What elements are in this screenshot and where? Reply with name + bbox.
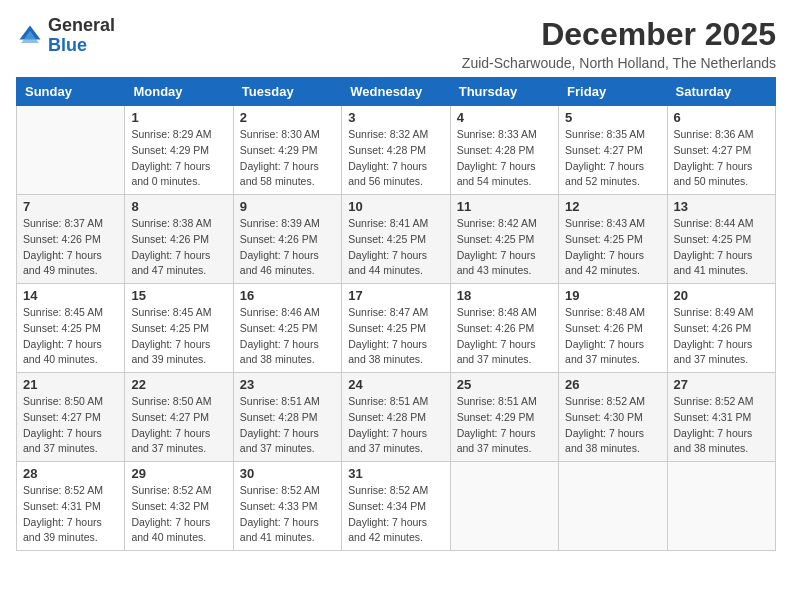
col-saturday: Saturday bbox=[667, 78, 775, 106]
day-number: 13 bbox=[674, 199, 769, 214]
day-info: Sunrise: 8:39 AMSunset: 4:26 PMDaylight:… bbox=[240, 216, 335, 279]
logo-icon bbox=[16, 22, 44, 50]
day-number: 6 bbox=[674, 110, 769, 125]
day-number: 29 bbox=[131, 466, 226, 481]
table-row: 11Sunrise: 8:42 AMSunset: 4:25 PMDayligh… bbox=[450, 195, 558, 284]
day-number: 4 bbox=[457, 110, 552, 125]
day-info: Sunrise: 8:51 AMSunset: 4:28 PMDaylight:… bbox=[240, 394, 335, 457]
location-title: Zuid-Scharwoude, North Holland, The Neth… bbox=[462, 55, 776, 71]
day-number: 25 bbox=[457, 377, 552, 392]
table-row: 28Sunrise: 8:52 AMSunset: 4:31 PMDayligh… bbox=[17, 462, 125, 551]
day-number: 5 bbox=[565, 110, 660, 125]
day-number: 21 bbox=[23, 377, 118, 392]
table-row: 13Sunrise: 8:44 AMSunset: 4:25 PMDayligh… bbox=[667, 195, 775, 284]
calendar-header-row: Sunday Monday Tuesday Wednesday Thursday… bbox=[17, 78, 776, 106]
day-info: Sunrise: 8:51 AMSunset: 4:29 PMDaylight:… bbox=[457, 394, 552, 457]
table-row: 4Sunrise: 8:33 AMSunset: 4:28 PMDaylight… bbox=[450, 106, 558, 195]
calendar-week-row: 28Sunrise: 8:52 AMSunset: 4:31 PMDayligh… bbox=[17, 462, 776, 551]
table-row: 8Sunrise: 8:38 AMSunset: 4:26 PMDaylight… bbox=[125, 195, 233, 284]
table-row: 29Sunrise: 8:52 AMSunset: 4:32 PMDayligh… bbox=[125, 462, 233, 551]
col-sunday: Sunday bbox=[17, 78, 125, 106]
day-number: 27 bbox=[674, 377, 769, 392]
day-info: Sunrise: 8:50 AMSunset: 4:27 PMDaylight:… bbox=[131, 394, 226, 457]
day-number: 15 bbox=[131, 288, 226, 303]
day-number: 12 bbox=[565, 199, 660, 214]
day-number: 26 bbox=[565, 377, 660, 392]
day-number: 30 bbox=[240, 466, 335, 481]
table-row: 6Sunrise: 8:36 AMSunset: 4:27 PMDaylight… bbox=[667, 106, 775, 195]
day-number: 20 bbox=[674, 288, 769, 303]
day-info: Sunrise: 8:52 AMSunset: 4:33 PMDaylight:… bbox=[240, 483, 335, 546]
page-header: General Blue December 2025 Zuid-Scharwou… bbox=[16, 16, 776, 71]
table-row: 19Sunrise: 8:48 AMSunset: 4:26 PMDayligh… bbox=[559, 284, 667, 373]
table-row bbox=[17, 106, 125, 195]
day-info: Sunrise: 8:29 AMSunset: 4:29 PMDaylight:… bbox=[131, 127, 226, 190]
logo-general: General bbox=[48, 15, 115, 35]
table-row: 26Sunrise: 8:52 AMSunset: 4:30 PMDayligh… bbox=[559, 373, 667, 462]
table-row: 10Sunrise: 8:41 AMSunset: 4:25 PMDayligh… bbox=[342, 195, 450, 284]
day-info: Sunrise: 8:32 AMSunset: 4:28 PMDaylight:… bbox=[348, 127, 443, 190]
col-friday: Friday bbox=[559, 78, 667, 106]
day-info: Sunrise: 8:52 AMSunset: 4:32 PMDaylight:… bbox=[131, 483, 226, 546]
table-row: 17Sunrise: 8:47 AMSunset: 4:25 PMDayligh… bbox=[342, 284, 450, 373]
day-info: Sunrise: 8:45 AMSunset: 4:25 PMDaylight:… bbox=[23, 305, 118, 368]
day-number: 16 bbox=[240, 288, 335, 303]
calendar-week-row: 7Sunrise: 8:37 AMSunset: 4:26 PMDaylight… bbox=[17, 195, 776, 284]
logo-text: General Blue bbox=[48, 16, 115, 56]
calendar-week-row: 21Sunrise: 8:50 AMSunset: 4:27 PMDayligh… bbox=[17, 373, 776, 462]
calendar-table: Sunday Monday Tuesday Wednesday Thursday… bbox=[16, 77, 776, 551]
title-section: December 2025 Zuid-Scharwoude, North Hol… bbox=[462, 16, 776, 71]
col-monday: Monday bbox=[125, 78, 233, 106]
month-title: December 2025 bbox=[462, 16, 776, 53]
calendar-week-row: 14Sunrise: 8:45 AMSunset: 4:25 PMDayligh… bbox=[17, 284, 776, 373]
day-number: 19 bbox=[565, 288, 660, 303]
day-number: 7 bbox=[23, 199, 118, 214]
day-number: 10 bbox=[348, 199, 443, 214]
table-row: 23Sunrise: 8:51 AMSunset: 4:28 PMDayligh… bbox=[233, 373, 341, 462]
day-info: Sunrise: 8:42 AMSunset: 4:25 PMDaylight:… bbox=[457, 216, 552, 279]
table-row: 1Sunrise: 8:29 AMSunset: 4:29 PMDaylight… bbox=[125, 106, 233, 195]
day-info: Sunrise: 8:45 AMSunset: 4:25 PMDaylight:… bbox=[131, 305, 226, 368]
day-info: Sunrise: 8:51 AMSunset: 4:28 PMDaylight:… bbox=[348, 394, 443, 457]
table-row: 18Sunrise: 8:48 AMSunset: 4:26 PMDayligh… bbox=[450, 284, 558, 373]
table-row: 7Sunrise: 8:37 AMSunset: 4:26 PMDaylight… bbox=[17, 195, 125, 284]
day-number: 17 bbox=[348, 288, 443, 303]
table-row: 14Sunrise: 8:45 AMSunset: 4:25 PMDayligh… bbox=[17, 284, 125, 373]
day-info: Sunrise: 8:41 AMSunset: 4:25 PMDaylight:… bbox=[348, 216, 443, 279]
col-thursday: Thursday bbox=[450, 78, 558, 106]
day-number: 1 bbox=[131, 110, 226, 125]
day-info: Sunrise: 8:38 AMSunset: 4:26 PMDaylight:… bbox=[131, 216, 226, 279]
day-number: 14 bbox=[23, 288, 118, 303]
col-tuesday: Tuesday bbox=[233, 78, 341, 106]
day-number: 3 bbox=[348, 110, 443, 125]
day-info: Sunrise: 8:48 AMSunset: 4:26 PMDaylight:… bbox=[565, 305, 660, 368]
day-info: Sunrise: 8:50 AMSunset: 4:27 PMDaylight:… bbox=[23, 394, 118, 457]
logo-blue: Blue bbox=[48, 35, 87, 55]
table-row bbox=[450, 462, 558, 551]
day-info: Sunrise: 8:36 AMSunset: 4:27 PMDaylight:… bbox=[674, 127, 769, 190]
day-number: 23 bbox=[240, 377, 335, 392]
day-info: Sunrise: 8:47 AMSunset: 4:25 PMDaylight:… bbox=[348, 305, 443, 368]
day-info: Sunrise: 8:43 AMSunset: 4:25 PMDaylight:… bbox=[565, 216, 660, 279]
day-number: 8 bbox=[131, 199, 226, 214]
day-info: Sunrise: 8:33 AMSunset: 4:28 PMDaylight:… bbox=[457, 127, 552, 190]
day-number: 9 bbox=[240, 199, 335, 214]
table-row: 9Sunrise: 8:39 AMSunset: 4:26 PMDaylight… bbox=[233, 195, 341, 284]
table-row: 5Sunrise: 8:35 AMSunset: 4:27 PMDaylight… bbox=[559, 106, 667, 195]
table-row bbox=[559, 462, 667, 551]
day-info: Sunrise: 8:35 AMSunset: 4:27 PMDaylight:… bbox=[565, 127, 660, 190]
table-row: 15Sunrise: 8:45 AMSunset: 4:25 PMDayligh… bbox=[125, 284, 233, 373]
day-info: Sunrise: 8:30 AMSunset: 4:29 PMDaylight:… bbox=[240, 127, 335, 190]
day-info: Sunrise: 8:46 AMSunset: 4:25 PMDaylight:… bbox=[240, 305, 335, 368]
table-row: 27Sunrise: 8:52 AMSunset: 4:31 PMDayligh… bbox=[667, 373, 775, 462]
day-number: 24 bbox=[348, 377, 443, 392]
day-info: Sunrise: 8:37 AMSunset: 4:26 PMDaylight:… bbox=[23, 216, 118, 279]
table-row: 24Sunrise: 8:51 AMSunset: 4:28 PMDayligh… bbox=[342, 373, 450, 462]
day-info: Sunrise: 8:44 AMSunset: 4:25 PMDaylight:… bbox=[674, 216, 769, 279]
table-row: 22Sunrise: 8:50 AMSunset: 4:27 PMDayligh… bbox=[125, 373, 233, 462]
table-row bbox=[667, 462, 775, 551]
day-number: 31 bbox=[348, 466, 443, 481]
calendar-week-row: 1Sunrise: 8:29 AMSunset: 4:29 PMDaylight… bbox=[17, 106, 776, 195]
table-row: 20Sunrise: 8:49 AMSunset: 4:26 PMDayligh… bbox=[667, 284, 775, 373]
day-info: Sunrise: 8:52 AMSunset: 4:31 PMDaylight:… bbox=[674, 394, 769, 457]
